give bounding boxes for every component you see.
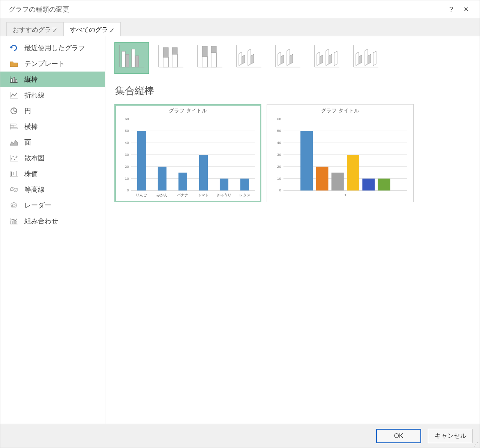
- svg-text:0: 0: [279, 188, 281, 193]
- subtype-percent-stacked-column-3d[interactable]: [309, 42, 344, 74]
- svg-text:0: 0: [127, 188, 129, 193]
- subtype-thumbnails: [114, 42, 471, 74]
- svg-marker-60: [287, 49, 290, 66]
- subtype-stacked-column[interactable]: [153, 42, 188, 74]
- sidebar-item-recent[interactable]: 最近使用したグラフ: [0, 40, 105, 56]
- svg-point-16: [13, 156, 14, 157]
- ok-label: OK: [394, 432, 404, 440]
- chart-preview-1[interactable]: グラフ タイトル01020304050601: [267, 104, 414, 202]
- svg-marker-54: [248, 49, 251, 66]
- svg-rect-47: [202, 57, 207, 67]
- subtype-thumb-icon: [234, 44, 263, 70]
- change-chart-type-dialog: グラフの種類の変更 ? × おすすめグラフ すべてのグラフ 最近使用したグラフテ…: [0, 0, 480, 448]
- svg-text:きゅうり: きゅうり: [216, 193, 231, 197]
- tab-all-charts[interactable]: すべてのグラフ: [63, 22, 121, 36]
- tab-label: すべてのグラフ: [70, 26, 114, 33]
- subtype-column-3d[interactable]: [348, 42, 383, 74]
- sidebar-item-templates[interactable]: テンプレート: [0, 56, 105, 72]
- svg-rect-11: [10, 128, 17, 129]
- svg-rect-10: [10, 126, 14, 127]
- sidebar-item-scatter[interactable]: 散布図: [0, 150, 105, 166]
- folder-icon: [9, 58, 19, 69]
- sidebar-item-line[interactable]: 折れ線: [0, 87, 105, 103]
- help-icon: ?: [449, 6, 453, 13]
- svg-marker-25: [11, 202, 17, 208]
- tabs: おすすめグラフ すべてのグラフ: [0, 18, 480, 36]
- sidebar-item-pie[interactable]: 円: [0, 103, 105, 119]
- svg-rect-94: [220, 179, 228, 191]
- svg-rect-4: [15, 80, 17, 82]
- svg-marker-12: [10, 140, 18, 145]
- svg-marker-64: [317, 52, 320, 66]
- sidebar-item-area[interactable]: 面: [0, 134, 105, 150]
- subtype-percent-stacked-column[interactable]: [192, 42, 227, 74]
- sidebar-item-column[interactable]: 縦棒: [0, 72, 105, 87]
- svg-text:20: 20: [277, 164, 282, 169]
- dialog-body: 最近使用したグラフテンプレート縦棒折れ線円横棒面散布図株価等高線レーダー組み合わ…: [0, 36, 480, 424]
- chart-category-sidebar: 最近使用したグラフテンプレート縦棒折れ線円横棒面散布図株価等高線レーダー組み合わ…: [0, 36, 105, 424]
- svg-text:50: 50: [125, 128, 129, 133]
- surface-icon: [9, 184, 19, 195]
- svg-point-19: [16, 156, 18, 157]
- svg-rect-92: [178, 173, 187, 191]
- svg-text:50: 50: [277, 128, 282, 133]
- pie-icon: [9, 106, 19, 116]
- sidebar-item-label: 折れ線: [24, 91, 45, 100]
- tab-recommended[interactable]: おすすめグラフ: [6, 22, 64, 36]
- svg-rect-116: [300, 131, 313, 190]
- svg-text:30: 30: [277, 152, 282, 157]
- svg-rect-119: [347, 155, 359, 190]
- sidebar-item-label: 株価: [24, 169, 38, 178]
- svg-rect-36: [132, 49, 135, 67]
- bar-icon: [9, 121, 19, 132]
- sidebar-item-bar[interactable]: 横棒: [0, 119, 105, 134]
- svg-marker-75: [373, 51, 376, 66]
- svg-text:10: 10: [125, 176, 129, 181]
- subtype-stacked-column-3d[interactable]: [270, 42, 305, 74]
- radar-icon: [9, 200, 19, 211]
- sidebar-item-label: 面: [24, 138, 31, 147]
- ok-button[interactable]: OK: [376, 429, 421, 443]
- cancel-button[interactable]: キャンセル: [428, 429, 473, 443]
- svg-text:40: 40: [125, 140, 129, 145]
- sidebar-item-label: 縦棒: [24, 75, 38, 84]
- svg-marker-74: [368, 54, 371, 64]
- subtype-clustered-column[interactable]: [114, 42, 149, 74]
- svg-rect-3: [13, 77, 15, 82]
- cancel-label: キャンセル: [435, 432, 466, 440]
- subtype-thumb-icon: [312, 44, 341, 70]
- chart-preview-0[interactable]: グラフ タイトル0102030405060りんごみかんバナナトマトきゅうりレタス: [114, 104, 261, 202]
- sidebar-item-radar[interactable]: レーダー: [0, 197, 105, 213]
- area-icon: [9, 137, 19, 148]
- subtype-clustered-column-3d[interactable]: [231, 42, 266, 74]
- resize-grip-icon[interactable]: ⋰: [474, 442, 479, 447]
- svg-rect-31: [15, 222, 17, 224]
- scatter-icon: [9, 153, 19, 163]
- sidebar-item-surface[interactable]: 等高線: [0, 182, 105, 197]
- subtype-heading: 集合縦棒: [115, 84, 471, 97]
- svg-text:10: 10: [277, 176, 282, 181]
- svg-rect-37: [135, 56, 139, 67]
- preview-title: グラフ タイトル: [271, 108, 410, 114]
- sidebar-item-label: レーダー: [24, 201, 51, 210]
- svg-rect-91: [158, 167, 166, 191]
- help-button[interactable]: ?: [444, 2, 459, 17]
- sidebar-item-label: 組み合わせ: [24, 217, 58, 225]
- svg-marker-61: [290, 54, 293, 64]
- sidebar-item-label: 散布図: [24, 154, 45, 163]
- sidebar-item-stock[interactable]: 株価: [0, 166, 105, 182]
- svg-text:40: 40: [277, 140, 282, 145]
- subtype-thumb-icon: [156, 44, 185, 70]
- svg-text:60: 60: [277, 117, 282, 121]
- subtype-thumb-icon: [273, 44, 302, 70]
- svg-point-17: [14, 159, 15, 160]
- svg-text:30: 30: [125, 152, 129, 157]
- svg-text:みかん: みかん: [156, 193, 168, 197]
- svg-rect-121: [378, 179, 390, 191]
- svg-rect-35: [126, 54, 129, 67]
- close-button[interactable]: ×: [459, 2, 474, 17]
- svg-text:トマト: トマト: [198, 193, 209, 197]
- sidebar-item-combo[interactable]: 組み合わせ: [0, 213, 105, 229]
- svg-marker-68: [334, 51, 337, 66]
- svg-rect-9: [10, 124, 16, 125]
